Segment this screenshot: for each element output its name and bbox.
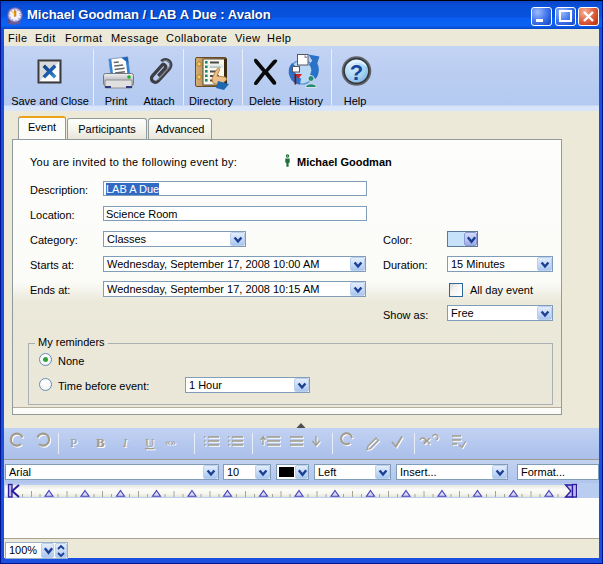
svg-text:«»: «»	[165, 435, 176, 447]
svg-text:P: P	[70, 435, 77, 450]
svg-text:B: B	[96, 435, 105, 450]
svg-text:U: U	[145, 435, 155, 450]
svg-text:?: ?	[350, 60, 363, 85]
